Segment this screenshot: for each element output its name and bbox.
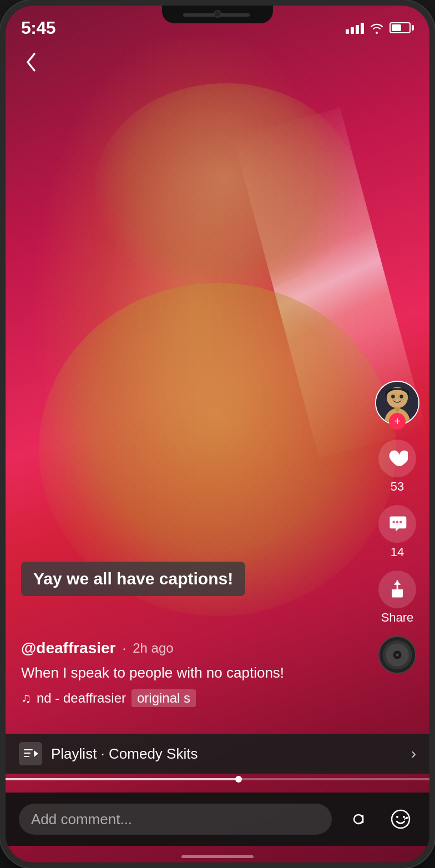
svg-rect-22 [24, 756, 29, 757]
caption-text: Yay we all have captions! [33, 569, 233, 588]
playlist-chevron-icon[interactable]: › [411, 745, 416, 763]
video-info: @deaffrasier · 2h ago When I speak to pe… [21, 639, 368, 707]
music-tag[interactable]: original s [131, 689, 196, 707]
comment-input[interactable]: Add comment... [19, 804, 332, 835]
share-action[interactable]: Share [378, 571, 416, 625]
like-button[interactable] [378, 440, 416, 477]
signal-bar-1 [346, 29, 349, 34]
svg-line-7 [388, 396, 390, 396]
svg-point-3 [399, 395, 403, 398]
music-disc-image [380, 636, 415, 674]
progress-bar-container[interactable] [6, 778, 429, 780]
signal-bars-icon [346, 22, 364, 34]
signal-bar-2 [351, 27, 354, 34]
comment-icon [387, 513, 408, 534]
playlist-icon [19, 742, 42, 765]
signal-bar-4 [361, 23, 364, 34]
heart-icon [387, 448, 408, 469]
caption-bubble: Yay we all have captions! [21, 562, 245, 596]
svg-rect-20 [24, 749, 33, 750]
home-indicator [181, 855, 254, 858]
emoji-button[interactable] [385, 804, 416, 835]
status-icons [346, 22, 414, 34]
svg-point-26 [403, 816, 405, 818]
share-icon [387, 579, 408, 600]
phone-frame: 5:45 [0, 0, 435, 868]
music-text: nd - deaffrasier [37, 690, 126, 706]
battery-tip [412, 25, 414, 31]
svg-rect-21 [24, 753, 31, 754]
progress-dot[interactable] [235, 776, 242, 783]
comment-bar: Add comment... [6, 793, 429, 846]
mention-icon [348, 809, 369, 830]
comment-button[interactable] [378, 505, 416, 543]
battery-fill [392, 24, 401, 31]
progress-bar-fill[interactable] [6, 778, 239, 780]
avatar-container[interactable]: + [375, 381, 419, 425]
playlist-icon-svg [23, 746, 38, 761]
svg-point-2 [391, 395, 395, 398]
svg-point-24 [392, 810, 409, 828]
like-count: 53 [391, 480, 404, 494]
battery-icon [390, 22, 414, 33]
music-disc[interactable] [378, 636, 416, 674]
share-button[interactable] [378, 571, 416, 608]
share-label: Share [381, 610, 414, 625]
playlist-label: Playlist · Comedy Skits [51, 745, 402, 763]
mention-button[interactable] [343, 804, 374, 835]
right-actions: + 53 14 [375, 381, 419, 674]
svg-point-19 [396, 654, 398, 656]
username[interactable]: @deaffrasier [21, 639, 116, 657]
back-button[interactable] [19, 50, 43, 74]
music-note-icon: ♫ [21, 690, 31, 706]
video-description: When I speak to people with no captions! [21, 663, 368, 683]
wifi-icon [370, 22, 384, 34]
svg-point-10 [392, 521, 395, 524]
status-bar: 5:45 [6, 16, 429, 40]
separator: · [123, 640, 127, 656]
emoji-icon [390, 809, 411, 830]
status-time: 5:45 [21, 18, 55, 38]
playlist-bar[interactable]: Playlist · Comedy Skits › [6, 734, 429, 774]
like-action[interactable]: 53 [378, 440, 416, 494]
svg-point-12 [399, 521, 402, 524]
person-head-area [94, 83, 357, 294]
follow-button[interactable]: + [389, 413, 406, 430]
camera [214, 10, 221, 18]
comment-placeholder: Add comment... [31, 811, 132, 828]
svg-line-8 [406, 396, 408, 396]
signal-bar-3 [356, 25, 359, 34]
timestamp: 2h ago [133, 640, 173, 656]
comment-action[interactable]: 14 [378, 505, 416, 559]
music-row: ♫ nd - deaffrasier original s [21, 689, 368, 707]
comment-count: 14 [391, 545, 404, 559]
svg-point-11 [396, 521, 399, 524]
svg-point-25 [396, 816, 398, 818]
username-row: @deaffrasier · 2h ago [21, 639, 368, 657]
